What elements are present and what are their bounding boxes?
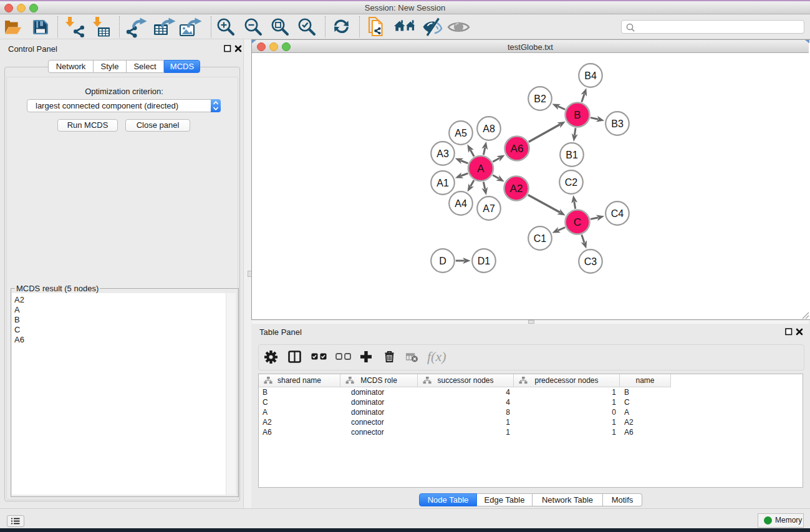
- svg-text:C: C: [574, 216, 581, 228]
- svg-text:C4: C4: [611, 208, 624, 219]
- svg-text:B1: B1: [566, 150, 578, 160]
- svg-text:A8: A8: [483, 123, 495, 134]
- svg-text:D1: D1: [478, 256, 491, 266]
- svg-text:A4: A4: [455, 198, 467, 209]
- svg-text:B3: B3: [611, 118, 624, 129]
- svg-text:C2: C2: [565, 177, 578, 188]
- svg-text:A5: A5: [455, 128, 467, 138]
- svg-text:A2: A2: [510, 183, 523, 195]
- svg-text:A3: A3: [436, 148, 449, 159]
- svg-text:D: D: [439, 256, 446, 266]
- svg-text:B4: B4: [584, 70, 597, 81]
- svg-text:A1: A1: [436, 178, 449, 188]
- svg-text:C1: C1: [534, 233, 547, 244]
- svg-text:A: A: [477, 163, 485, 175]
- svg-text:B: B: [574, 109, 581, 121]
- svg-text:A7: A7: [483, 203, 495, 214]
- svg-text:C3: C3: [584, 256, 597, 267]
- svg-text:A6: A6: [511, 143, 524, 155]
- svg-text:B2: B2: [534, 94, 546, 104]
